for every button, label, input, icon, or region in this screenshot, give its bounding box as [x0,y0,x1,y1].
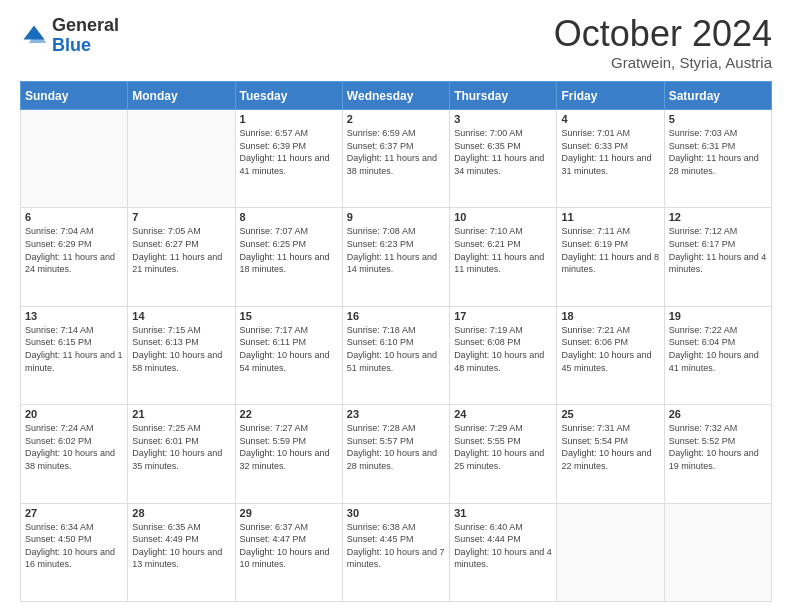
weekday-header: Friday [557,82,664,110]
day-info: Sunrise: 7:08 AMSunset: 6:23 PMDaylight:… [347,225,445,275]
calendar-header-row: SundayMondayTuesdayWednesdayThursdayFrid… [21,82,772,110]
logo: General Blue [20,16,119,56]
calendar-week-row: 1Sunrise: 6:57 AMSunset: 6:39 PMDaylight… [21,110,772,208]
day-info: Sunrise: 7:28 AMSunset: 5:57 PMDaylight:… [347,422,445,472]
weekday-header: Thursday [450,82,557,110]
day-number: 14 [132,310,230,322]
day-number: 27 [25,507,123,519]
calendar-cell: 2Sunrise: 6:59 AMSunset: 6:37 PMDaylight… [342,110,449,208]
day-number: 6 [25,211,123,223]
day-info: Sunrise: 7:32 AMSunset: 5:52 PMDaylight:… [669,422,767,472]
calendar-cell: 16Sunrise: 7:18 AMSunset: 6:10 PMDayligh… [342,306,449,404]
day-number: 2 [347,113,445,125]
calendar-cell: 24Sunrise: 7:29 AMSunset: 5:55 PMDayligh… [450,405,557,503]
calendar-cell: 15Sunrise: 7:17 AMSunset: 6:11 PMDayligh… [235,306,342,404]
calendar-cell: 17Sunrise: 7:19 AMSunset: 6:08 PMDayligh… [450,306,557,404]
day-number: 29 [240,507,338,519]
logo-blue-text: Blue [52,35,91,55]
page: General Blue October 2024 Gratwein, Styr… [0,0,792,612]
calendar-cell: 9Sunrise: 7:08 AMSunset: 6:23 PMDaylight… [342,208,449,306]
calendar-cell [664,503,771,601]
day-info: Sunrise: 7:18 AMSunset: 6:10 PMDaylight:… [347,324,445,374]
calendar-cell: 29Sunrise: 6:37 AMSunset: 4:47 PMDayligh… [235,503,342,601]
day-info: Sunrise: 6:35 AMSunset: 4:49 PMDaylight:… [132,521,230,571]
day-number: 11 [561,211,659,223]
location: Gratwein, Styria, Austria [554,54,772,71]
day-info: Sunrise: 7:04 AMSunset: 6:29 PMDaylight:… [25,225,123,275]
day-number: 9 [347,211,445,223]
day-info: Sunrise: 6:57 AMSunset: 6:39 PMDaylight:… [240,127,338,177]
day-number: 21 [132,408,230,420]
day-info: Sunrise: 6:37 AMSunset: 4:47 PMDaylight:… [240,521,338,571]
day-number: 22 [240,408,338,420]
day-number: 24 [454,408,552,420]
calendar-cell: 8Sunrise: 7:07 AMSunset: 6:25 PMDaylight… [235,208,342,306]
calendar-table: SundayMondayTuesdayWednesdayThursdayFrid… [20,81,772,602]
weekday-header: Sunday [21,82,128,110]
day-number: 7 [132,211,230,223]
calendar-cell: 25Sunrise: 7:31 AMSunset: 5:54 PMDayligh… [557,405,664,503]
day-info: Sunrise: 7:27 AMSunset: 5:59 PMDaylight:… [240,422,338,472]
day-info: Sunrise: 7:14 AMSunset: 6:15 PMDaylight:… [25,324,123,374]
calendar-week-row: 20Sunrise: 7:24 AMSunset: 6:02 PMDayligh… [21,405,772,503]
day-info: Sunrise: 7:12 AMSunset: 6:17 PMDaylight:… [669,225,767,275]
calendar-cell: 7Sunrise: 7:05 AMSunset: 6:27 PMDaylight… [128,208,235,306]
calendar-cell [557,503,664,601]
logo-general-text: General [52,15,119,35]
calendar-cell: 13Sunrise: 7:14 AMSunset: 6:15 PMDayligh… [21,306,128,404]
calendar-cell: 28Sunrise: 6:35 AMSunset: 4:49 PMDayligh… [128,503,235,601]
day-info: Sunrise: 7:05 AMSunset: 6:27 PMDaylight:… [132,225,230,275]
day-info: Sunrise: 6:38 AMSunset: 4:45 PMDaylight:… [347,521,445,571]
day-number: 26 [669,408,767,420]
day-number: 20 [25,408,123,420]
day-number: 16 [347,310,445,322]
day-info: Sunrise: 7:24 AMSunset: 6:02 PMDaylight:… [25,422,123,472]
day-number: 31 [454,507,552,519]
day-info: Sunrise: 7:31 AMSunset: 5:54 PMDaylight:… [561,422,659,472]
calendar-cell: 20Sunrise: 7:24 AMSunset: 6:02 PMDayligh… [21,405,128,503]
day-info: Sunrise: 6:34 AMSunset: 4:50 PMDaylight:… [25,521,123,571]
day-number: 28 [132,507,230,519]
month-title: October 2024 [554,16,772,52]
calendar-cell [21,110,128,208]
header: General Blue October 2024 Gratwein, Styr… [20,16,772,71]
calendar-week-row: 6Sunrise: 7:04 AMSunset: 6:29 PMDaylight… [21,208,772,306]
day-info: Sunrise: 6:40 AMSunset: 4:44 PMDaylight:… [454,521,552,571]
day-info: Sunrise: 7:21 AMSunset: 6:06 PMDaylight:… [561,324,659,374]
title-block: October 2024 Gratwein, Styria, Austria [554,16,772,71]
day-number: 18 [561,310,659,322]
day-number: 25 [561,408,659,420]
day-number: 19 [669,310,767,322]
weekday-header: Wednesday [342,82,449,110]
day-number: 3 [454,113,552,125]
calendar-cell: 31Sunrise: 6:40 AMSunset: 4:44 PMDayligh… [450,503,557,601]
day-number: 17 [454,310,552,322]
day-number: 12 [669,211,767,223]
day-info: Sunrise: 7:00 AMSunset: 6:35 PMDaylight:… [454,127,552,177]
calendar-cell: 11Sunrise: 7:11 AMSunset: 6:19 PMDayligh… [557,208,664,306]
calendar-cell: 26Sunrise: 7:32 AMSunset: 5:52 PMDayligh… [664,405,771,503]
day-number: 5 [669,113,767,125]
calendar-week-row: 13Sunrise: 7:14 AMSunset: 6:15 PMDayligh… [21,306,772,404]
day-number: 4 [561,113,659,125]
weekday-header: Saturday [664,82,771,110]
logo-icon [20,22,48,50]
calendar-cell: 22Sunrise: 7:27 AMSunset: 5:59 PMDayligh… [235,405,342,503]
calendar-cell: 10Sunrise: 7:10 AMSunset: 6:21 PMDayligh… [450,208,557,306]
day-number: 13 [25,310,123,322]
day-number: 1 [240,113,338,125]
calendar-cell [128,110,235,208]
weekday-header: Tuesday [235,82,342,110]
calendar-cell: 12Sunrise: 7:12 AMSunset: 6:17 PMDayligh… [664,208,771,306]
day-info: Sunrise: 7:17 AMSunset: 6:11 PMDaylight:… [240,324,338,374]
day-info: Sunrise: 7:07 AMSunset: 6:25 PMDaylight:… [240,225,338,275]
calendar-cell: 1Sunrise: 6:57 AMSunset: 6:39 PMDaylight… [235,110,342,208]
day-number: 8 [240,211,338,223]
day-number: 10 [454,211,552,223]
day-number: 23 [347,408,445,420]
logo-text: General Blue [52,16,119,56]
calendar-cell: 21Sunrise: 7:25 AMSunset: 6:01 PMDayligh… [128,405,235,503]
day-info: Sunrise: 7:25 AMSunset: 6:01 PMDaylight:… [132,422,230,472]
calendar-cell: 3Sunrise: 7:00 AMSunset: 6:35 PMDaylight… [450,110,557,208]
day-info: Sunrise: 7:01 AMSunset: 6:33 PMDaylight:… [561,127,659,177]
